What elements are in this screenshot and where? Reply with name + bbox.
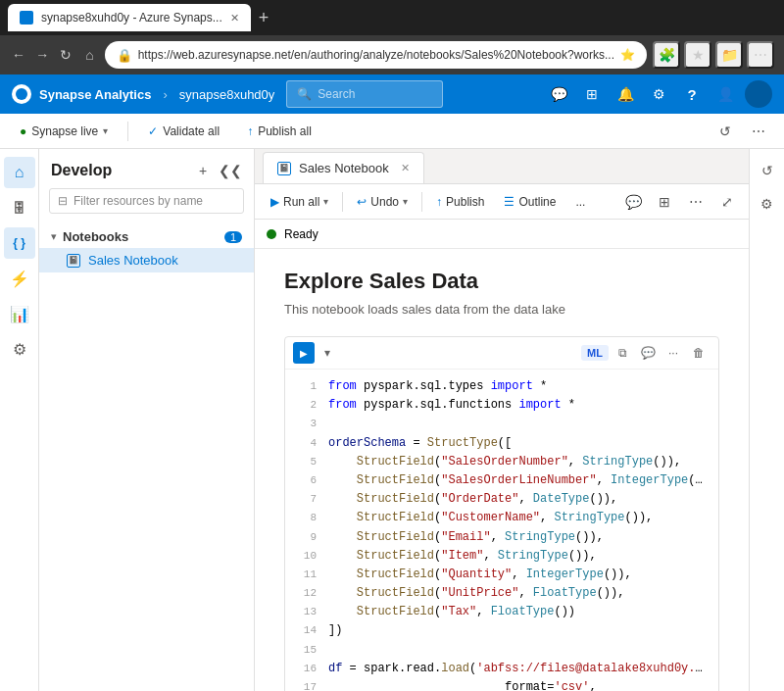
code-line-11: 11 StructField("Quantity", IntegerType()… xyxy=(297,566,707,584)
table-view-button[interactable]: ⊞ xyxy=(651,188,678,216)
right-panel-settings-button[interactable]: ⚙ xyxy=(754,190,781,218)
section-chevron-icon: ▾ xyxy=(51,230,57,243)
filter-input[interactable]: ⊟ Filter resources by name xyxy=(49,188,244,214)
forward-button[interactable]: → xyxy=(33,41,51,69)
synapse-header: Synapse Analytics › synapse8xuhd0y 🔍 Sea… xyxy=(0,74,784,114)
synapse-live-button[interactable]: ● Synapse live ▾ xyxy=(12,121,116,142)
toolbar-ellipsis-button[interactable]: ⋯ xyxy=(745,118,772,145)
notebook-content: Explore Sales Data This notebook loads s… xyxy=(255,249,749,691)
sidebar-item-manage[interactable]: ⚙ xyxy=(4,333,35,365)
back-button[interactable]: ← xyxy=(10,41,27,69)
url-text: https://web.azuresynapse.net/en/authorin… xyxy=(138,48,614,62)
undo-chevron-icon: ▾ xyxy=(403,196,408,207)
outline-icon: ☰ xyxy=(504,195,514,209)
refresh-toolbar-button[interactable]: ↺ xyxy=(711,118,739,145)
synapse-logo: Synapse Analytics xyxy=(12,84,151,104)
cell-delete-button[interactable]: 🗑 xyxy=(687,341,710,365)
nb-toolbar-right: 💬 ⊞ ⋯ ⤢ xyxy=(619,188,741,216)
nb-more-button[interactable]: ⋯ xyxy=(682,188,710,216)
notebook-file-icon: 📓 xyxy=(67,254,80,268)
right-panel-refresh-button[interactable]: ↺ xyxy=(754,157,781,184)
grid-icon-btn[interactable]: ⊞ xyxy=(578,80,606,108)
publish-all-icon: ↑ xyxy=(247,124,253,138)
sidebar-item-sales-notebook[interactable]: 📓 Sales Notebook xyxy=(39,248,254,272)
code-line-3: 3 xyxy=(297,415,707,433)
notebook-toolbar: ▶ Run all ▾ ↩ Undo ▾ ↑ Publish ☰ Outline… xyxy=(255,184,749,220)
new-tab-button[interactable]: + xyxy=(259,8,270,28)
code-line-10: 10 StructField("Item", StringType()), xyxy=(297,547,707,566)
extensions-button[interactable]: 🧩 xyxy=(653,41,680,69)
filter-icon: ⊟ xyxy=(58,194,68,208)
publish-all-button[interactable]: ↑ Publish all xyxy=(239,121,319,142)
more-options-icon: ... xyxy=(575,195,585,209)
undo-button[interactable]: ↩ Undo ▾ xyxy=(349,191,416,213)
cell-more-button[interactable]: ··· xyxy=(662,341,685,365)
code-line-16: 16 df = spark.read.load('abfss://files@d… xyxy=(297,660,707,678)
workspace-name[interactable]: synapse8xuhd0y xyxy=(179,87,275,102)
chat-icon-btn[interactable]: 💬 xyxy=(545,80,572,108)
validate-icon: ✓ xyxy=(148,124,158,138)
sidebar-item-data[interactable]: 🗄 xyxy=(4,192,35,223)
add-comment-button[interactable]: 💬 xyxy=(619,188,647,216)
validate-all-button[interactable]: ✓ Validate all xyxy=(140,121,227,142)
cell-run-button[interactable]: ▶ xyxy=(293,342,315,364)
refresh-button[interactable]: ↻ xyxy=(57,41,74,69)
settings-icon-btn[interactable]: ⚙ xyxy=(645,80,672,108)
global-search[interactable]: 🔍 Search xyxy=(286,80,443,108)
sidebar-item-develop[interactable]: { } xyxy=(4,227,35,259)
notebook-description: This notebook loads sales data from the … xyxy=(284,302,719,317)
code-line-14: 14 ]) xyxy=(297,621,707,640)
publish-label: Publish xyxy=(446,195,484,209)
toolbar-separator-1 xyxy=(127,122,128,141)
synapse-toolbar: ● Synapse live ▾ ✓ Validate all ↑ Publis… xyxy=(0,114,784,149)
collections-button[interactable]: 📁 xyxy=(715,41,743,69)
notification-icon-btn[interactable]: 🔔 xyxy=(612,80,639,108)
code-line-2: 2 from pyspark.sql.functions import * xyxy=(297,396,707,415)
user-avatar[interactable] xyxy=(745,80,772,108)
sidebar-collapse-button[interactable]: ❮❮ xyxy=(219,159,242,182)
sidebar-item-monitor[interactable]: 📊 xyxy=(4,298,35,329)
header-icons: 💬 ⊞ 🔔 ⚙ ? 👤 xyxy=(545,80,772,108)
notebook-tab-close-button[interactable]: ✕ xyxy=(401,162,410,174)
user-settings-icon-btn[interactable]: 👤 xyxy=(711,80,739,108)
code-line-17: 17 format='csv', xyxy=(297,678,707,691)
main-layout: ⌂ 🗄 { } ⚡ 📊 ⚙ Develop + ❮❮ ⊟ Filter reso… xyxy=(0,149,784,691)
status-text: Ready xyxy=(284,227,318,241)
content-area: 📓 Sales Notebook ✕ ▶ Run all ▾ ↩ Undo ▾ … xyxy=(255,149,749,691)
code-line-9: 9 StructField("Email", StringType()), xyxy=(297,528,707,547)
sales-notebook-tab[interactable]: 📓 Sales Notebook ✕ xyxy=(263,152,424,183)
sidebar-item-integrate[interactable]: ⚡ xyxy=(4,263,35,294)
home-button[interactable]: ⌂ xyxy=(81,41,99,69)
nb-toolbar-separator-1 xyxy=(342,192,343,212)
sidebar-title: Develop xyxy=(51,162,112,179)
more-options-button[interactable]: ... xyxy=(567,191,593,213)
sidebar-add-button[interactable]: + xyxy=(191,159,215,182)
run-all-button[interactable]: ▶ Run all ▾ xyxy=(263,191,336,213)
more-button[interactable]: ⋯ xyxy=(747,41,774,69)
toolbar-right: ↺ ⋯ xyxy=(711,118,772,145)
favorites-button[interactable]: ★ xyxy=(684,41,711,69)
notebooks-count-badge: 1 xyxy=(224,231,242,243)
notebooks-section-title: Notebooks xyxy=(63,229,128,244)
code-area[interactable]: 1 from pyspark.sql.types import * 2 from… xyxy=(285,369,718,691)
help-icon-btn[interactable]: ? xyxy=(678,80,706,108)
address-bar[interactable]: 🔒 https://web.azuresynapse.net/en/author… xyxy=(105,41,647,69)
outline-button[interactable]: ☰ Outline xyxy=(496,191,564,213)
sidebar-item-home[interactable]: ⌂ xyxy=(4,157,35,188)
notebooks-section-header[interactable]: ▾ Notebooks 1 xyxy=(39,225,254,248)
tab-close-button[interactable]: ✕ xyxy=(230,12,239,25)
left-icon-bar: ⌂ 🗄 { } ⚡ 📊 ⚙ xyxy=(0,149,39,691)
cell-copy-button[interactable]: ⧉ xyxy=(611,341,634,365)
browser-controls: ← → ↻ ⌂ 🔒 https://web.azuresynapse.net/e… xyxy=(0,35,784,74)
cell-controls: ▶ ▾ ML ⧉ 💬 ··· 🗑 xyxy=(285,337,718,369)
notebook-status-bar: Ready xyxy=(255,220,749,249)
cell-collapse-button[interactable]: ▾ xyxy=(318,344,336,362)
publish-button[interactable]: ↑ Publish xyxy=(428,191,492,213)
cell-toolbar-right: ML ⧉ 💬 ··· 🗑 xyxy=(581,341,710,365)
notebook-tabs: 📓 Sales Notebook ✕ xyxy=(255,149,749,184)
browser-tab[interactable]: synapse8xuhd0y - Azure Synaps... ✕ xyxy=(8,4,251,31)
undo-label: Undo xyxy=(370,195,399,209)
cell-comment-button[interactable]: 💬 xyxy=(636,341,660,365)
maximize-button[interactable]: ⤢ xyxy=(713,188,741,216)
nb-toolbar-separator-2 xyxy=(421,192,422,212)
